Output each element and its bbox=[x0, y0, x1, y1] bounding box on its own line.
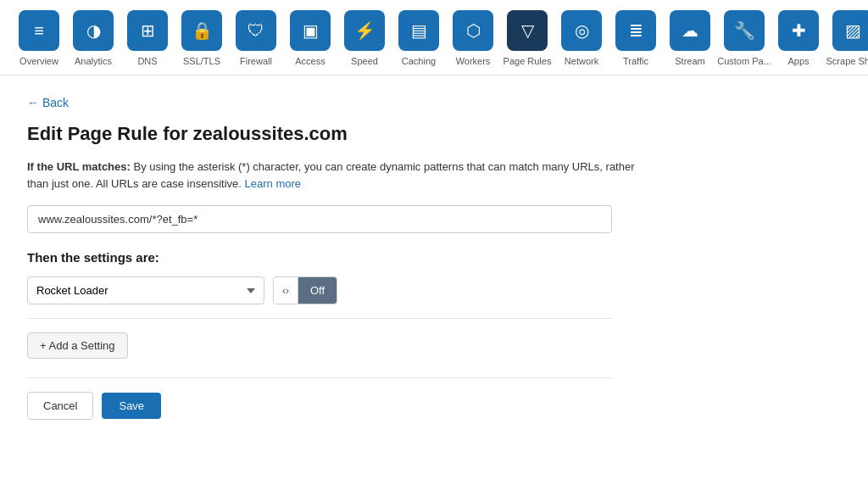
nav-label-stream: Stream bbox=[675, 56, 704, 66]
settings-row: Rocket LoaderCache LevelBrowser Cache TT… bbox=[27, 276, 651, 304]
page-content: ← Back Edit Page Rule for zealoussites.c… bbox=[0, 75, 678, 440]
setting-select[interactable]: Rocket LoaderCache LevelBrowser Cache TT… bbox=[27, 276, 264, 304]
page-title: Edit Page Rule for zealoussites.com bbox=[27, 123, 651, 145]
nav-label-custom: Custom Pa... bbox=[717, 56, 771, 66]
nav-item-access[interactable]: ▣Access bbox=[285, 10, 336, 75]
custom-icon: 🔧 bbox=[724, 10, 765, 51]
toggle-group: ‹› Off bbox=[273, 276, 337, 304]
nav-label-workers: Workers bbox=[456, 56, 491, 66]
stream-icon: ☁ bbox=[670, 10, 710, 51]
nav-item-workers[interactable]: ⬡Workers bbox=[448, 10, 498, 75]
nav-label-scrape: Scrape Shi... bbox=[826, 56, 868, 66]
speed-icon: ⚡ bbox=[344, 10, 385, 51]
url-input[interactable] bbox=[27, 205, 612, 233]
description-text: If the URL matches: By using the asteris… bbox=[27, 159, 651, 192]
dns-icon: ⊞ bbox=[127, 10, 168, 51]
nav-item-network[interactable]: ◎Network bbox=[556, 10, 607, 75]
nav-label-caching: Caching bbox=[402, 56, 436, 66]
save-button[interactable]: Save bbox=[102, 393, 161, 419]
apps-icon: ✚ bbox=[778, 10, 819, 51]
nav-label-ssl: SSL/TLS bbox=[183, 56, 220, 66]
analytics-icon: ◑ bbox=[73, 10, 114, 51]
nav-label-pagerules: Page Rules bbox=[504, 56, 552, 66]
back-arrow: ← bbox=[27, 96, 39, 109]
nav-item-ssl[interactable]: 🔒SSL/TLS bbox=[176, 10, 227, 75]
nav-label-access: Access bbox=[295, 56, 325, 66]
nav-label-network: Network bbox=[565, 56, 598, 66]
nav-item-apps[interactable]: ✚Apps bbox=[773, 10, 824, 75]
nav-item-analytics[interactable]: ◑Analytics bbox=[68, 10, 119, 75]
nav-item-traffic[interactable]: ≣Traffic bbox=[610, 10, 661, 75]
nav-item-custom[interactable]: 🔧Custom Pa... bbox=[719, 10, 770, 75]
nav-item-stream[interactable]: ☁Stream bbox=[665, 10, 715, 75]
nav-label-dns: DNS bbox=[137, 56, 157, 66]
firewall-icon: 🛡 bbox=[236, 10, 276, 51]
divider-2 bbox=[27, 377, 612, 378]
nav-item-pagerules[interactable]: ▽Page Rules bbox=[502, 10, 553, 75]
access-icon: ▣ bbox=[290, 10, 331, 51]
scrape-icon: ▨ bbox=[832, 10, 868, 51]
back-label: Back bbox=[42, 96, 69, 109]
nav-label-traffic: Traffic bbox=[623, 56, 648, 66]
nav-item-dns[interactable]: ⊞DNS bbox=[122, 10, 173, 75]
settings-label: Then the settings are: bbox=[27, 250, 651, 265]
nav-label-apps: Apps bbox=[787, 56, 809, 66]
nav-label-analytics: Analytics bbox=[75, 56, 112, 66]
workers-icon: ⬡ bbox=[453, 10, 493, 51]
pagerules-icon: ▽ bbox=[507, 10, 548, 51]
nav-label-speed: Speed bbox=[351, 56, 378, 66]
caching-icon: ▤ bbox=[398, 10, 439, 51]
nav-label-firewall: Firewall bbox=[240, 56, 272, 66]
cancel-button[interactable]: Cancel bbox=[27, 392, 93, 420]
back-link[interactable]: ← Back bbox=[27, 96, 69, 109]
toggle-code-icon[interactable]: ‹› bbox=[274, 278, 298, 304]
overview-icon: ≡ bbox=[19, 10, 59, 51]
nav-item-scrape[interactable]: ▨Scrape Shi... bbox=[827, 10, 868, 75]
toggle-off-button[interactable]: Off bbox=[298, 277, 337, 304]
nav-item-overview[interactable]: ≡Overview bbox=[14, 10, 64, 75]
divider-1 bbox=[27, 318, 612, 319]
nav-item-firewall[interactable]: 🛡Firewall bbox=[231, 10, 281, 75]
top-navigation: ≡Overview◑Analytics⊞DNS🔒SSL/TLS🛡Firewall… bbox=[0, 0, 868, 75]
url-matches-label: If the URL matches: bbox=[27, 160, 131, 173]
action-buttons: Cancel Save bbox=[27, 392, 651, 420]
nav-item-speed[interactable]: ⚡Speed bbox=[339, 10, 390, 75]
add-setting-button[interactable]: + Add a Setting bbox=[27, 332, 128, 359]
nav-item-caching[interactable]: ▤Caching bbox=[393, 10, 444, 75]
network-icon: ◎ bbox=[561, 10, 602, 51]
ssl-icon: 🔒 bbox=[181, 10, 222, 51]
nav-label-overview: Overview bbox=[19, 56, 58, 66]
traffic-icon: ≣ bbox=[615, 10, 656, 51]
learn-more-link[interactable]: Learn more bbox=[245, 177, 301, 190]
